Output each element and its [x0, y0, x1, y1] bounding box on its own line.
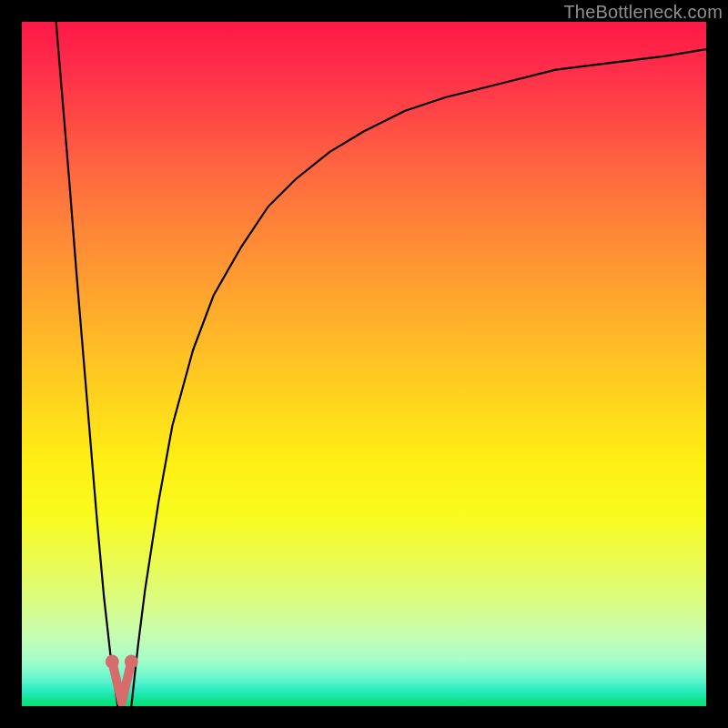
watermark-text: TheBottleneck.com: [563, 2, 723, 23]
curve-left-branch: [56, 22, 118, 706]
curve-right-branch: [131, 49, 706, 706]
valley-dot-right: [125, 655, 138, 669]
valley-dot-left: [106, 655, 119, 669]
chart-frame: TheBottleneck.com: [0, 0, 728, 728]
curve-layer: [22, 22, 706, 706]
plot-area: [22, 22, 706, 706]
